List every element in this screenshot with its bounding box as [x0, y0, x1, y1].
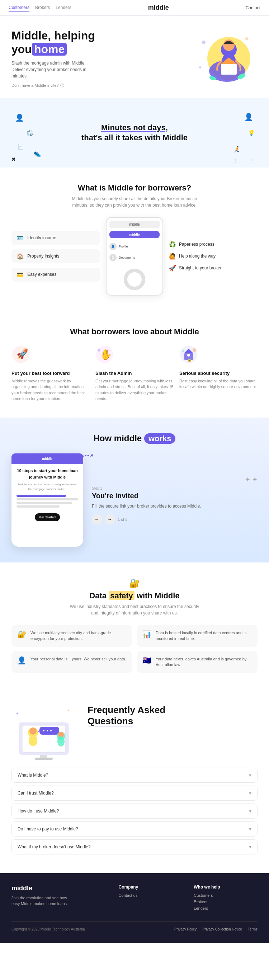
- how-phone-cta-btn[interactable]: Get Started: [35, 513, 60, 521]
- logo[interactable]: middle: [148, 4, 169, 11]
- safety-card-3: 🇦🇺 Your data never leaves Australia and …: [137, 651, 258, 673]
- hero-illustration: [186, 30, 258, 87]
- svg-point-27: [193, 348, 196, 352]
- step-prev-button[interactable]: ←: [92, 514, 102, 525]
- feature-broker: 🚀 Straight to your broker: [169, 265, 258, 272]
- what-title: What is Middle for borrowers?: [11, 183, 258, 192]
- works-badge: works: [144, 433, 176, 444]
- step-label: Step 1: [92, 487, 258, 490]
- feature-identify-income: 🪪 Identify income: [11, 231, 100, 245]
- love-card-desc-1: Get your mortgage journey moving with le…: [96, 378, 173, 402]
- love-card-desc-2: Rest easy knowing all of the data you sh…: [179, 378, 258, 390]
- chevron-down-icon-4: ▾: [249, 844, 251, 850]
- what-section: What is Middle for borrowers? Middle let…: [0, 167, 269, 311]
- how-phone-title: 10 steps to start your home loan journey…: [16, 468, 78, 480]
- love-section: What borrowers love about Middle 🚀 Put y…: [0, 311, 269, 418]
- how-phone-body: 10 steps to start your home loan journey…: [16, 468, 78, 521]
- marquee-title-part1: Minutes not days,: [101, 123, 168, 132]
- svg-text:○: ○: [13, 745, 16, 748]
- how-step-info: ✦ ✦ Step 1 You're invited Fill the secur…: [92, 476, 258, 525]
- chevron-down-icon-3: ▾: [249, 826, 251, 832]
- safety-title-highlight: safety: [109, 591, 135, 600]
- float-icon-9: ○: [251, 156, 254, 162]
- rocket-illustration: 🚀: [11, 345, 30, 364]
- hero-subtitle: Slash the mortgage admin with Middle. De…: [11, 60, 97, 79]
- chevron-down-icon-2: ▾: [249, 808, 251, 814]
- safety-card-text-3: Your data never leaves Australia and is …: [156, 656, 252, 668]
- paperless-icon: ♻️: [169, 241, 176, 248]
- nav-tab-brokers[interactable]: Brokers: [35, 3, 50, 12]
- broker-icon: 🚀: [169, 265, 176, 272]
- footer-link-customers[interactable]: Customers: [194, 893, 258, 897]
- love-card-desc-0: Middle removes the guesswork by organisi…: [11, 378, 90, 402]
- footer-link-contact[interactable]: Contact us: [119, 893, 183, 897]
- progress-bar-2: [16, 498, 78, 500]
- footer-col-who: Who we help Customers Brokers Lenders: [194, 885, 258, 913]
- svg-point-21: [97, 348, 100, 352]
- what-subtitle: Middle lets you securely share all the d…: [66, 196, 203, 208]
- feature-paperless: ♻️ Paperless process: [169, 241, 258, 248]
- step-nav: ← → 1 of 5: [92, 514, 258, 525]
- footer-privacy-collection[interactable]: Privacy Collection Notice: [202, 927, 242, 931]
- svg-point-41: [50, 730, 52, 732]
- footer-logo: middle: [11, 885, 107, 892]
- faq-item-2[interactable]: How do I use Middle? ▾: [11, 803, 258, 819]
- hero-section: Middle, helping youhome Slash the mortga…: [0, 16, 269, 98]
- footer: middle Join the revolution and see how e…: [0, 873, 269, 943]
- nav-contact-link[interactable]: Contact: [246, 5, 260, 10]
- feature-list-left: 🪪 Identify income 🏠 Property insights 💳 …: [11, 231, 100, 282]
- progress-bar-4: [16, 506, 59, 508]
- svg-point-44: [57, 737, 65, 746]
- navbar: Customers Brokers Lenders middle Contact: [0, 0, 269, 16]
- safety-title: Data safety with Middle: [11, 591, 258, 600]
- step-next-button[interactable]: →: [105, 514, 115, 525]
- svg-text:🔒: 🔒: [187, 357, 192, 362]
- safety-card-icon-1: 📊: [142, 630, 151, 638]
- footer-brand: middle Join the revolution and see how e…: [11, 885, 107, 913]
- footer-privacy-policy[interactable]: Privacy Policy: [174, 927, 197, 931]
- nav-tab-customers[interactable]: Customers: [9, 3, 29, 12]
- marquee-title-part2: that's all it takes with Middle: [81, 133, 188, 142]
- faq-title: Frequently Asked Questions: [88, 705, 258, 727]
- avatar-1: 👤: [110, 243, 116, 250]
- svg-point-7: [202, 41, 205, 44]
- float-icon-5: ✖: [11, 156, 16, 162]
- progress-bar-1: [16, 495, 66, 497]
- faq-question-1: Can I trust Middle?: [18, 791, 54, 795]
- love-title: What borrowers love about Middle: [11, 327, 258, 336]
- footer-terms[interactable]: Terms: [248, 927, 258, 931]
- donut-chart: [122, 267, 147, 292]
- safety-card-0: 🔐 We use multi-layered security and bank…: [11, 625, 132, 647]
- love-card-title-2: Serious about security: [179, 371, 258, 376]
- faq-item-0[interactable]: What is Middle? ▾: [11, 768, 258, 783]
- faq-items: What is Middle? ▾ Can I trust Middle? ▾ …: [11, 768, 258, 854]
- footer-link-brokers[interactable]: Brokers: [194, 900, 258, 904]
- footer-tagline: Join the revolution and see how easy Mid…: [11, 895, 76, 907]
- safety-subtitle: We use industry standards and best pract…: [66, 603, 203, 616]
- footer-col-title-1: Who we help: [194, 885, 258, 889]
- svg-point-39: [43, 730, 45, 732]
- how-phone-wrap: middle 10 steps to start your home loan …: [11, 453, 83, 547]
- how-section: How middle works middle 10 steps to star…: [0, 418, 269, 562]
- nav-tab-lenders[interactable]: Lenders: [56, 3, 71, 12]
- security-illustration: 🔒: [179, 345, 198, 364]
- safety-card-text-1: Data is hosted locally in certified data…: [156, 630, 252, 642]
- love-card-icon-2: 🔒: [179, 345, 258, 367]
- love-card-2: 🔒 Serious about security Rest easy knowi…: [179, 345, 258, 402]
- expenses-icon: 💳: [16, 271, 24, 278]
- footer-copyright: Copyright © 2023 Middle Technology Austr…: [11, 927, 85, 931]
- how-phone-header-text: middle: [16, 457, 79, 461]
- step-desc: Fill the secure link your broker provide…: [92, 503, 258, 509]
- marquee-section: 👤 ⚖️ 📄 👟 ✖ 👤 💡 🏃 ○ ◷ Minutes not days, t…: [0, 98, 269, 167]
- faq-item-3[interactable]: Do I have to pay to use Middle? ▾: [11, 821, 258, 837]
- float-icon-10: ◷: [234, 158, 237, 163]
- hero-invite: Don't have a Middle invite? ⓘ: [11, 83, 186, 88]
- footer-link-lenders[interactable]: Lenders: [194, 906, 258, 910]
- faq-item-4[interactable]: What if my broker doesn't use Middle? ▾: [11, 839, 258, 854]
- faq-header: ✦ ✦ ○ Frequently Asked Questions: [11, 705, 258, 762]
- step-title: You're invited: [92, 492, 258, 500]
- avatar-2: 📄: [110, 254, 116, 261]
- faq-item-1[interactable]: Can I trust Middle? ▾: [11, 786, 258, 801]
- how-title: How middle works: [11, 433, 258, 443]
- nav-tabs: Customers Brokers Lenders: [9, 3, 72, 12]
